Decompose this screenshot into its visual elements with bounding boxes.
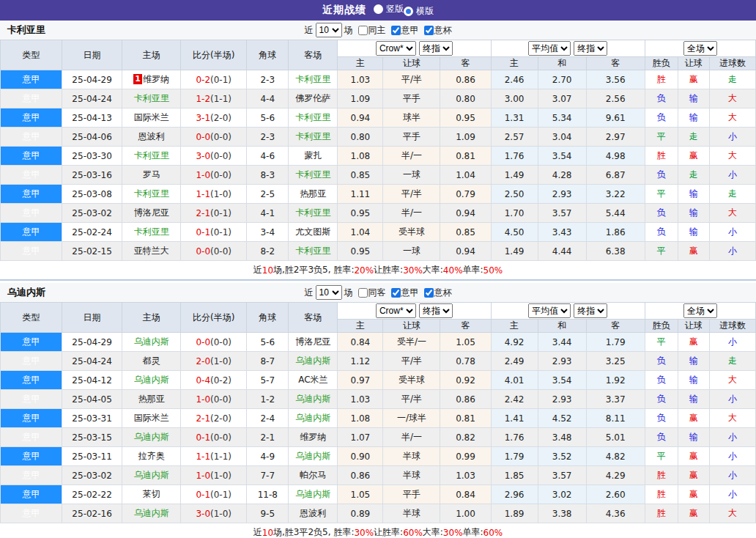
same-venue-checkbox-group: 同主 bbox=[355, 24, 386, 37]
scope-select[interactable]: 全场 bbox=[683, 41, 717, 56]
col-header-away: 客场 bbox=[289, 40, 338, 70]
scope-select[interactable]: 全场 bbox=[683, 303, 717, 318]
date-cell: 25-04-24 bbox=[62, 89, 122, 108]
ah-line: 平/半 bbox=[383, 390, 440, 409]
eu-odds-source-select[interactable]: 平均值 bbox=[528, 303, 571, 318]
score-cell: 0-4(0-2) bbox=[181, 371, 247, 390]
layout-radio-horizontal[interactable]: 横版 bbox=[404, 5, 434, 18]
col-header-away: 客场 bbox=[289, 303, 338, 333]
table-row: 意甲25-04-29乌迪内斯0-0(0-0)5-6博洛尼亚0.84受半/一1.0… bbox=[1, 333, 756, 352]
team-link: 莱切 bbox=[143, 489, 160, 499]
subcol-eu-draw: 和 bbox=[538, 320, 586, 333]
same-venue-checkbox[interactable] bbox=[358, 288, 368, 298]
subcol-result: 胜负 bbox=[645, 320, 678, 333]
eu-draw-odds: 4.28 bbox=[538, 166, 586, 185]
eu-odds-time-select[interactable]: 终指 bbox=[574, 303, 607, 318]
radio-icon[interactable] bbox=[404, 7, 413, 16]
ah-line: 半球 bbox=[383, 466, 440, 485]
eu-home-odds: 2.57 bbox=[491, 128, 538, 147]
result-handicap: 输 bbox=[678, 352, 709, 371]
summary-segment: 场,胜3平2负5, 胜率: bbox=[273, 526, 354, 538]
result-wdl: 负 bbox=[645, 409, 678, 428]
league-checkbox[interactable] bbox=[391, 288, 401, 298]
result-goals: 走 bbox=[709, 352, 755, 371]
result-goals: 大 bbox=[709, 147, 755, 166]
col-header-score: 比分(半场) bbox=[181, 303, 247, 333]
eu-home-odds: 2.50 bbox=[491, 185, 538, 204]
team-link: 热那亚 bbox=[300, 188, 326, 199]
corner-cell: 3-4 bbox=[247, 223, 289, 242]
result-wdl: 负 bbox=[645, 223, 678, 242]
same-venue-checkbox-group: 同客 bbox=[355, 287, 386, 299]
ah-away-odds: 1.03 bbox=[440, 466, 491, 485]
team-table-block: 卡利亚里 近 10 场 同主 意甲 意杯 bbox=[0, 21, 756, 281]
corner-cell: 7-7 bbox=[247, 466, 289, 485]
date-cell: 25-03-15 bbox=[62, 428, 122, 447]
eu-away-odds: 2.97 bbox=[586, 128, 645, 147]
team-link: 卡利亚里 bbox=[295, 169, 330, 180]
eu-away-odds: 8.11 bbox=[586, 409, 645, 428]
score-cell: 0-1(0-0) bbox=[181, 428, 247, 447]
result-handicap: 赢 bbox=[678, 333, 709, 352]
ah-odds-source-select[interactable]: Crow* bbox=[376, 303, 416, 318]
table-row: 意甲25-03-16罗马1-0(0-0)8-3卡利亚里0.85一球1.041.4… bbox=[1, 166, 756, 185]
ah-line: 平手 bbox=[383, 89, 440, 108]
score-cell: 0-0(0-0) bbox=[181, 128, 247, 147]
result-handicap: 输 bbox=[678, 204, 709, 223]
radio-label: 横版 bbox=[416, 5, 434, 18]
corner-cell: 8-7 bbox=[247, 352, 289, 371]
summary-segment: 50% bbox=[483, 265, 503, 276]
corner-cell: 5-6 bbox=[247, 108, 289, 128]
ah-home-odds: 1.12 bbox=[338, 352, 383, 371]
score-cell: 2-1(2-0) bbox=[181, 409, 247, 428]
table-row: 意甲25-03-15乌迪内斯0-1(0-0)2-1维罗纳1.07半/一0.821… bbox=[1, 428, 756, 447]
radio-icon[interactable] bbox=[374, 4, 383, 14]
eu-odds-source-select[interactable]: 平均值 bbox=[528, 41, 571, 56]
date-cell: 25-04-13 bbox=[62, 108, 122, 128]
layout-radio-vertical[interactable]: 竖版 bbox=[374, 3, 404, 15]
cup-checkbox[interactable] bbox=[424, 26, 434, 35]
ah-away-odds: 0.86 bbox=[440, 70, 491, 89]
result-handicap: 赢 bbox=[678, 447, 709, 466]
result-goals: 小 bbox=[709, 333, 755, 352]
result-wdl: 胜 bbox=[645, 485, 678, 504]
summary-segment: 30% bbox=[443, 528, 463, 538]
date-cell: 25-03-08 bbox=[62, 185, 122, 204]
league-cell: 意甲 bbox=[1, 223, 62, 242]
result-goals: 大 bbox=[709, 108, 755, 128]
ah-odds-time-select[interactable]: 终指 bbox=[419, 303, 453, 318]
ah-home-odds: 1.09 bbox=[338, 89, 383, 108]
match-count-select[interactable]: 10 bbox=[316, 23, 342, 37]
ah-away-odds: 1.04 bbox=[440, 166, 491, 185]
eu-draw-odds: 2.70 bbox=[538, 70, 586, 89]
team-link: 卡利亚里 bbox=[134, 93, 169, 103]
ah-line: 半/一 bbox=[383, 204, 440, 223]
team-link: 博洛尼亚 bbox=[295, 336, 330, 347]
eu-home-odds: 3.00 bbox=[491, 89, 538, 108]
team-link: 卡利亚里 bbox=[295, 74, 330, 84]
scope-select-group: 全场 bbox=[645, 303, 755, 320]
ah-home-odds: 1.08 bbox=[338, 147, 383, 166]
team-link: AC米兰 bbox=[298, 375, 327, 385]
result-handicap: 输 bbox=[678, 371, 709, 390]
ah-home-odds: 0.85 bbox=[338, 166, 383, 185]
league-checkbox[interactable] bbox=[391, 26, 401, 35]
eu-draw-odds: 4.44 bbox=[538, 242, 586, 261]
same-venue-checkbox[interactable] bbox=[358, 26, 368, 35]
team-link: 热那亚 bbox=[138, 394, 165, 404]
summary-segment: 60% bbox=[403, 528, 423, 538]
result-handicap: 输 bbox=[678, 390, 709, 409]
match-count-select[interactable]: 10 bbox=[316, 285, 342, 300]
result-goals: 小 bbox=[709, 428, 755, 447]
league-cell: 意甲 bbox=[1, 166, 62, 185]
ah-odds-time-select[interactable]: 终指 bbox=[419, 41, 453, 56]
ah-odds-source-select[interactable]: Crow* bbox=[376, 41, 416, 56]
eu-home-odds: 1.49 bbox=[491, 242, 538, 261]
league-checkbox-group: 意甲 bbox=[388, 24, 419, 37]
league-cell: 意甲 bbox=[1, 204, 62, 223]
cup-checkbox[interactable] bbox=[424, 288, 434, 298]
subcol-handicap-result: 让球 bbox=[678, 320, 709, 333]
eu-odds-time-select[interactable]: 终指 bbox=[574, 41, 607, 56]
score-cell: 0-1(0-1) bbox=[181, 223, 247, 242]
league-cell: 意甲 bbox=[1, 466, 62, 485]
